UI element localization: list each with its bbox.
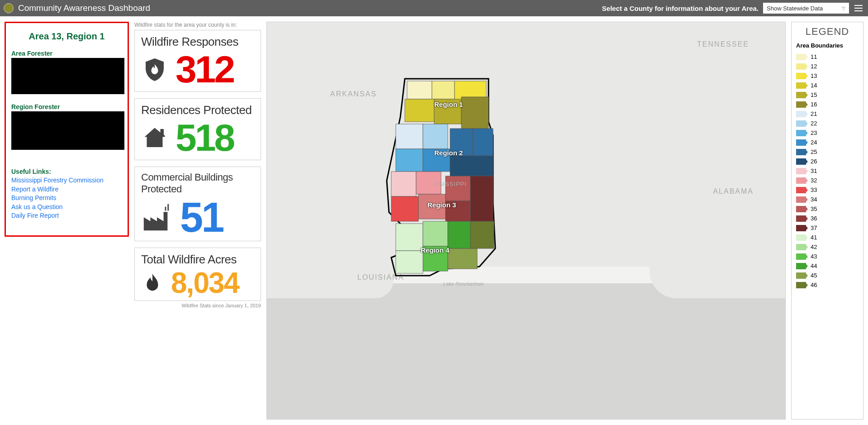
legend-item-label: 23: [811, 129, 817, 136]
svg-rect-11: [450, 156, 493, 176]
legend-item[interactable]: 21: [796, 110, 859, 117]
stat-value: 8,034: [171, 269, 239, 297]
legend-subtitle: Area Boundaries: [796, 42, 859, 49]
house-icon: [141, 124, 168, 152]
link-daily-fire-report[interactable]: Daily Fire Report: [11, 211, 122, 220]
map-water: [267, 283, 785, 419]
legend-item[interactable]: 31: [796, 167, 859, 174]
card-residences-protected: Residences Protected 518: [134, 98, 261, 160]
factory-icon: [141, 201, 173, 233]
svg-rect-8: [396, 149, 423, 172]
legend-swatch-icon: [796, 272, 806, 279]
legend-swatch-icon: [796, 168, 806, 174]
legend-item-label: 33: [811, 186, 817, 193]
legend-item[interactable]: 41: [796, 234, 859, 241]
map-region-4-label: Region 4: [421, 246, 449, 254]
legend-item-label: 42: [811, 244, 817, 250]
card-title: Wildfire Responses: [141, 35, 254, 49]
svg-rect-26: [396, 251, 423, 273]
legend-item[interactable]: 33: [796, 186, 859, 193]
legend-item[interactable]: 35: [796, 205, 859, 212]
link-ask-question[interactable]: Ask us a Question: [11, 203, 122, 212]
legend-item[interactable]: 42: [796, 244, 859, 250]
legend-item[interactable]: 11: [796, 53, 859, 60]
legend-item[interactable]: 37: [796, 224, 859, 231]
area-forester-label: Area Forester: [11, 50, 122, 57]
legend-swatch-icon: [796, 73, 806, 79]
label-alabama: ALABAMA: [713, 187, 754, 196]
main-content: Area 13, Region 1 Area Forester Region F…: [0, 16, 868, 425]
map-column: TENNESSEE ARKANSAS ALABAMA LOUISIANA Lak…: [266, 22, 786, 420]
legend-item-label: 26: [811, 158, 817, 165]
legend-item[interactable]: 14: [796, 82, 859, 89]
area-panel: Area 13, Region 1 Area Forester Region F…: [5, 22, 129, 237]
legend-item-label: 37: [811, 224, 817, 231]
svg-rect-1: [432, 81, 455, 99]
legend-item[interactable]: 24: [796, 139, 859, 146]
legend-item[interactable]: 45: [796, 272, 859, 279]
stat-value: 312: [175, 52, 233, 88]
link-forestry-commission[interactable]: Mississippi Forestry Commission: [11, 176, 122, 185]
svg-rect-15: [391, 196, 418, 221]
legend-swatch-icon: [796, 63, 806, 70]
svg-rect-25: [470, 221, 494, 248]
card-total-acres: Total Wildfire Acres 8,034: [134, 248, 261, 301]
legend-swatch-icon: [796, 120, 806, 127]
legend-item-label: 45: [811, 272, 817, 279]
area-forester-redacted: [11, 58, 124, 94]
legend-item-label: 12: [811, 63, 817, 70]
legend-item[interactable]: 44: [796, 263, 859, 269]
shield-fire-icon: [141, 56, 168, 83]
area-title: Area 13, Region 1: [11, 31, 122, 42]
legend-swatch-icon: [796, 82, 806, 89]
flame-icon: [141, 271, 164, 296]
legend-item[interactable]: 26: [796, 158, 859, 165]
legend-swatch-icon: [796, 253, 806, 260]
legend-panel: LEGEND Area Boundaries 11121314151621222…: [791, 22, 863, 420]
legend-item-label: 15: [811, 91, 817, 98]
chevron-down-icon: ▽: [842, 6, 845, 11]
card-wildfire-responses: Wildfire Responses 312: [134, 30, 261, 92]
legend-item[interactable]: 15: [796, 91, 859, 98]
legend-column: LEGEND Area Boundaries 11121314151621222…: [791, 22, 863, 420]
useful-links-label: Useful Links:: [11, 168, 122, 175]
card-commercial-protected: Commercial Buildings Protected 51: [134, 167, 261, 241]
legend-swatch-icon: [796, 225, 806, 231]
legend-item[interactable]: 32: [796, 177, 859, 184]
svg-rect-7: [423, 124, 448, 149]
legend-item[interactable]: 46: [796, 282, 859, 288]
svg-rect-6: [396, 124, 423, 149]
legend-item-label: 13: [811, 72, 817, 79]
map-panel[interactable]: TENNESSEE ARKANSAS ALABAMA LOUISIANA Lak…: [266, 22, 786, 420]
legend-swatch-icon: [796, 111, 806, 117]
svg-rect-19: [470, 176, 493, 221]
region-forester-redacted: [11, 111, 124, 150]
link-report-wildfire[interactable]: Report a Wildfire: [11, 185, 122, 194]
legend-item-label: 34: [811, 196, 817, 203]
legend-item-label: 14: [811, 82, 817, 89]
county-dropdown[interactable]: Show Statewide Data ▽: [763, 3, 849, 14]
label-arkansas: ARKANSAS: [330, 90, 377, 98]
legend-swatch-icon: [796, 206, 806, 212]
card-title: Residences Protected: [141, 103, 254, 117]
legend-item[interactable]: 16: [796, 101, 859, 108]
legend-item[interactable]: 13: [796, 72, 859, 79]
svg-rect-3: [405, 99, 434, 122]
menu-button[interactable]: [853, 2, 864, 14]
legend-item[interactable]: 34: [796, 196, 859, 203]
legend-item[interactable]: 25: [796, 148, 859, 155]
legend-swatch-icon: [796, 244, 806, 250]
svg-rect-13: [391, 172, 416, 196]
header-prompt: Select a County for information about yo…: [602, 5, 759, 12]
legend-item-label: 16: [811, 101, 817, 108]
stats-column: Wildfire stats for the area your county …: [134, 22, 261, 420]
legend-swatch-icon: [796, 139, 806, 146]
legend-item-label: 32: [811, 177, 817, 184]
link-burning-permits[interactable]: Burning Permits: [11, 194, 122, 203]
legend-swatch-icon: [796, 263, 806, 269]
legend-item[interactable]: 22: [796, 120, 859, 127]
legend-item[interactable]: 12: [796, 63, 859, 70]
legend-item[interactable]: 23: [796, 129, 859, 136]
legend-item[interactable]: 36: [796, 215, 859, 222]
legend-item[interactable]: 43: [796, 253, 859, 260]
